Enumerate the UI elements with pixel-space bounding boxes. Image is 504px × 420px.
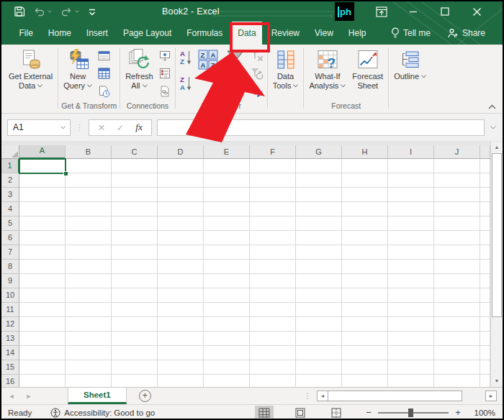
grid-cell-g2[interactable]: [296, 173, 342, 188]
row-header-5[interactable]: 5: [1, 216, 19, 231]
grid-cell-h1[interactable]: [342, 159, 388, 173]
grid-cell-d15[interactable]: [158, 360, 204, 375]
zoom-in-button[interactable]: +: [452, 407, 464, 418]
row-header-12[interactable]: 12: [1, 317, 19, 332]
formula-input[interactable]: [157, 119, 485, 136]
grid-cell-g14[interactable]: [296, 346, 342, 360]
zoom-slider[interactable]: [378, 406, 449, 419]
grid-cell-b1[interactable]: [66, 159, 112, 173]
column-header-d[interactable]: D: [158, 145, 204, 159]
data-tools-button[interactable]: DataTools: [271, 46, 301, 91]
grid-cell-c4[interactable]: [112, 202, 158, 216]
collapse-ribbon-button[interactable]: [488, 104, 496, 109]
grid-cell-j14[interactable]: [434, 346, 480, 360]
grid-cell-i13[interactable]: [388, 332, 434, 346]
sort-descending-button[interactable]: ZA: [179, 76, 193, 90]
grid-cell-i7[interactable]: [388, 245, 434, 260]
grid-cell-c5[interactable]: [112, 216, 158, 231]
grid-cell-d9[interactable]: [158, 274, 204, 288]
grid-cell-d13[interactable]: [158, 332, 204, 346]
grid-cell-i8[interactable]: [388, 260, 434, 274]
column-header-e[interactable]: E: [204, 145, 250, 159]
grid-cell-i10[interactable]: [388, 288, 434, 303]
grid-cell-j7[interactable]: [434, 245, 480, 260]
grid-cell-f15[interactable]: [250, 360, 296, 375]
grid-cell-h3[interactable]: [342, 188, 388, 202]
grid-cell-a14[interactable]: [19, 346, 66, 360]
grid-cell-f10[interactable]: [250, 288, 296, 303]
from-table-button[interactable]: [96, 66, 111, 81]
zoom-level[interactable]: 100%: [464, 408, 495, 417]
grid-cell-j4[interactable]: [434, 202, 480, 216]
redo-icon[interactable]: [61, 7, 72, 17]
grid-cell-h16[interactable]: [342, 375, 388, 387]
maximize-button[interactable]: [429, 1, 461, 22]
vertical-scrollbar[interactable]: ▲ ▼: [490, 142, 503, 387]
grid-cell-b4[interactable]: [66, 202, 112, 216]
grid-cell-a16[interactable]: [19, 375, 66, 387]
sort-button[interactable]: ZAAZSort: [195, 46, 221, 82]
grid-cell-g12[interactable]: [296, 317, 342, 332]
tab-share[interactable]: Share: [441, 22, 491, 45]
tab-home[interactable]: Home: [42, 22, 77, 45]
grid-cell-d3[interactable]: [158, 188, 204, 202]
grid-cell-f11[interactable]: [250, 303, 296, 317]
grid-cell-i4[interactable]: [388, 202, 434, 216]
grid-cell-a5[interactable]: [19, 216, 66, 231]
grid-cell-g11[interactable]: [296, 303, 342, 317]
grid-cell-h11[interactable]: [342, 303, 388, 317]
page-break-preview-button[interactable]: [327, 406, 346, 419]
grid-cell-g10[interactable]: [296, 288, 342, 303]
grid-cell-d7[interactable]: [158, 245, 204, 260]
tab-data[interactable]: Data: [232, 22, 261, 45]
grid-cell-i11[interactable]: [388, 303, 434, 317]
clear-filter-button[interactable]: [250, 48, 264, 63]
grid-cell-b12[interactable]: [66, 317, 112, 332]
grid-cell-h8[interactable]: [342, 260, 388, 274]
grid-cell-c12[interactable]: [112, 317, 158, 332]
grid-cell-g8[interactable]: [296, 260, 342, 274]
grid-cell-e3[interactable]: [204, 188, 250, 202]
sheet-tab-sheet1[interactable]: Sheet1: [68, 388, 127, 404]
grid-cell-g13[interactable]: [296, 332, 342, 346]
grid-cell-d16[interactable]: [158, 375, 204, 387]
grid-cell-h5[interactable]: [342, 216, 388, 231]
tab-help[interactable]: Help: [343, 22, 372, 45]
grid-cell-d10[interactable]: [158, 288, 204, 303]
row-header-11[interactable]: 11: [1, 303, 19, 317]
grid-cell-a6[interactable]: [19, 231, 66, 245]
grid-cell-b14[interactable]: [66, 346, 112, 360]
grid-cell-e11[interactable]: [204, 303, 250, 317]
grid-cell-e5[interactable]: [204, 216, 250, 231]
grid-cell-a7[interactable]: [19, 245, 66, 260]
grid-cell-a2[interactable]: [19, 173, 66, 188]
undo-icon[interactable]: [34, 7, 45, 17]
connections-button[interactable]: [158, 48, 172, 63]
grid-cell-g15[interactable]: [296, 360, 342, 375]
close-button[interactable]: [461, 1, 492, 22]
grid-cell-i2[interactable]: [388, 173, 434, 188]
grid-cell-e8[interactable]: [204, 260, 250, 274]
grid-cell-f13[interactable]: [250, 332, 296, 346]
grid-cell-j8[interactable]: [434, 260, 480, 274]
grid-cell-h7[interactable]: [342, 245, 388, 260]
row-header-9[interactable]: 9: [1, 274, 19, 288]
grid-cell-d12[interactable]: [158, 317, 204, 332]
tab-page-layout[interactable]: Page Layout: [117, 22, 177, 45]
edit-links-button[interactable]: [158, 84, 172, 99]
cancel-button[interactable]: ✕: [92, 122, 111, 133]
row-header-16[interactable]: 16: [1, 375, 19, 387]
ribbon-display-options-button[interactable]: [366, 1, 397, 22]
refresh-all-button[interactable]: RefreshAll: [123, 46, 156, 91]
grid-cell-b9[interactable]: [66, 274, 112, 288]
save-icon[interactable]: [14, 6, 24, 17]
grid-cell-b7[interactable]: [66, 245, 112, 260]
column-header-f[interactable]: F: [250, 145, 296, 159]
name-box-dropdown-icon[interactable]: [56, 126, 70, 129]
grid-cell-j1[interactable]: [434, 159, 480, 173]
grid-cell-f6[interactable]: [250, 231, 296, 245]
row-header-6[interactable]: 6: [1, 231, 19, 245]
grid-cell-b11[interactable]: [66, 303, 112, 317]
grid-cell-c13[interactable]: [112, 332, 158, 346]
row-header-1[interactable]: 1: [1, 159, 19, 173]
